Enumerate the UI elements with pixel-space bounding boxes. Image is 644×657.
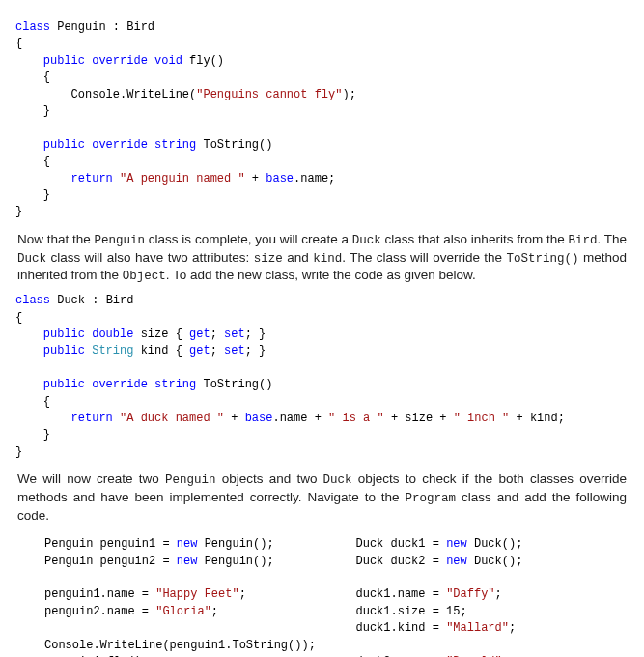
para-2: We will now create two Penguin objects a… xyxy=(17,471,627,525)
code-penguin-usage: Penguin penguin1 = new Penguin(); Pengui… xyxy=(44,536,318,657)
para-1: Now that the Penguin class is complete, … xyxy=(17,231,627,286)
code-penguin-class: class Penguin : Bird { public override v… xyxy=(15,19,629,221)
code-columns: Penguin penguin1 = new Penguin(); Pengui… xyxy=(44,532,629,657)
code-duck-usage: Duck duck1 = new Duck(); Duck duck2 = ne… xyxy=(356,536,630,657)
code-duck-class: class Duck : Bird { public double size {… xyxy=(15,293,629,461)
